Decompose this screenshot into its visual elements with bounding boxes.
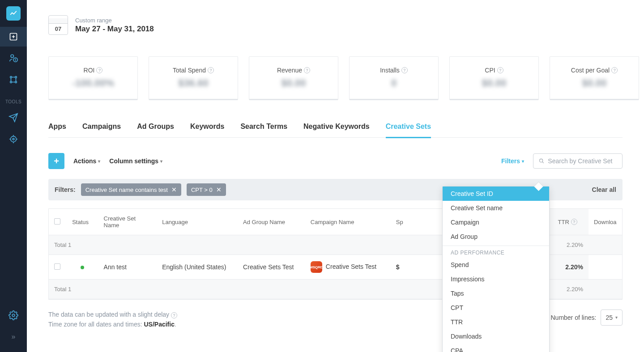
chevron-down-icon: ▾	[615, 314, 618, 321]
tab-negative-keywords[interactable]: Negative Keywords	[303, 123, 370, 137]
help-icon[interactable]: ?	[208, 67, 214, 73]
metric-roi: ROI? -100.00%	[48, 56, 138, 100]
lines-select[interactable]: 25▾	[601, 310, 623, 326]
svg-point-8	[11, 136, 17, 142]
dropdown-item[interactable]: Creative Set ID	[443, 187, 549, 201]
column-settings-dropdown[interactable]: Column settings▾	[109, 157, 162, 165]
cell-language: English (United States)	[157, 255, 238, 280]
close-icon[interactable]: ✕	[171, 186, 177, 193]
main-content: 07 Custom range May 27 - May 31, 2018 RO…	[27, 0, 644, 352]
dropdown-item[interactable]: CPT	[443, 301, 549, 315]
col-spend[interactable]: Sp	[391, 209, 409, 235]
help-icon[interactable]: ?	[497, 67, 503, 73]
tabs: Apps Campaigns Ad Groups Keywords Search…	[48, 123, 623, 138]
clear-all-button[interactable]: Clear all	[592, 186, 616, 193]
cell-campaign: MSQRDCreative Sets Test	[305, 255, 391, 280]
dropdown-item[interactable]: Downloads	[443, 329, 549, 344]
dropdown-item[interactable]: Creative Set name	[443, 201, 549, 215]
sidebar-expand[interactable]: »	[4, 327, 23, 347]
col-adgroup[interactable]: Ad Group Name	[238, 209, 305, 235]
dropdown-item[interactable]: CPA	[443, 344, 549, 352]
col-csname[interactable]: Creative Set Name	[98, 209, 157, 235]
search-input[interactable]	[548, 157, 617, 165]
metrics-row: ROI? -100.00% Total Spend? $36.60 Revenu…	[48, 56, 644, 100]
dropdown-item[interactable]: Spend	[443, 258, 549, 272]
svg-point-1	[11, 55, 13, 57]
dropdown-section-label: AD PERFORMANCE	[443, 246, 549, 258]
svg-point-4	[10, 76, 12, 78]
cell-adgroup: Creative Sets Test	[238, 255, 305, 280]
tab-campaigns[interactable]: Campaigns	[82, 123, 121, 137]
svg-point-5	[15, 76, 17, 78]
cell-ttr: 2.20%	[553, 255, 589, 280]
svg-point-7	[15, 81, 17, 83]
filters-label: Filters:	[55, 186, 76, 193]
sidebar-item-target[interactable]	[4, 129, 23, 149]
help-icon[interactable]: ?	[304, 67, 310, 73]
sidebar-item-graph[interactable]	[4, 70, 23, 89]
svg-point-9	[13, 138, 14, 140]
sidebar-item-settings[interactable]	[4, 305, 23, 325]
dropdown-item[interactable]: Ad Group	[443, 229, 549, 244]
help-icon[interactable]: ?	[401, 67, 408, 73]
help-icon[interactable]: ?	[611, 67, 618, 73]
tab-search-terms[interactable]: Search Terms	[240, 123, 287, 137]
metric-installs: Installs? 0	[349, 56, 439, 100]
metric-cost-per-goal: Cost per Goal? $0.00	[550, 56, 639, 100]
dropdown-item[interactable]: Taps	[443, 286, 549, 301]
toolbar: + Actions▾ Column settings▾ Filters▾	[48, 153, 623, 169]
calendar-icon[interactable]: 07	[48, 15, 68, 35]
help-icon[interactable]: ?	[171, 312, 177, 318]
svg-point-11	[540, 159, 543, 162]
add-button[interactable]: +	[48, 153, 64, 169]
svg-point-10	[12, 314, 15, 317]
cell-spend: $	[391, 255, 409, 280]
metric-revenue: Revenue? $0.00	[249, 56, 338, 100]
help-icon: ?	[571, 219, 577, 225]
filters-dropdown[interactable]: Filters▾	[501, 157, 524, 165]
col-language[interactable]: Language	[157, 209, 238, 235]
filter-chip[interactable]: Creative Set name contains test✕	[81, 183, 181, 196]
date-picker[interactable]: 07 Custom range May 27 - May 31, 2018	[48, 15, 644, 35]
status-active-icon	[81, 266, 84, 269]
filter-chip[interactable]: CPT > 0✕	[187, 183, 226, 196]
date-range-label: Custom range	[75, 17, 154, 24]
row-checkbox[interactable]	[54, 263, 60, 270]
cell-csname: Ann test	[98, 255, 157, 280]
filters-dropdown-menu: Creative Set ID Creative Set name Campai…	[442, 186, 550, 352]
lines-label: Number of lines:	[550, 313, 596, 322]
col-status[interactable]: Status	[67, 209, 98, 235]
dropdown-item[interactable]: Campaign	[443, 215, 549, 229]
dropdown-item[interactable]: TTR	[443, 315, 549, 329]
col-campaign[interactable]: Campaign Name	[305, 209, 391, 235]
help-icon[interactable]: ?	[96, 67, 102, 73]
svg-point-6	[10, 81, 12, 83]
chevron-down-icon: ▾	[160, 159, 162, 164]
close-icon[interactable]: ✕	[216, 186, 222, 193]
metric-total-spend: Total Spend? $36.60	[149, 56, 238, 100]
select-all-checkbox[interactable]	[54, 218, 60, 225]
sidebar-item-user-money[interactable]: $	[4, 48, 23, 68]
actions-dropdown[interactable]: Actions▾	[73, 157, 100, 165]
svg-text:$: $	[15, 58, 17, 61]
col-ttr[interactable]: TTR?	[553, 209, 589, 235]
search-icon	[539, 158, 544, 164]
sidebar-item-add[interactable]	[0, 27, 27, 47]
sidebar: $ TOOLS »	[0, 0, 27, 352]
app-icon: MSQRD	[311, 261, 322, 273]
chevron-down-icon: ▾	[522, 159, 524, 164]
chevron-down-icon: ▾	[98, 159, 100, 164]
dropdown-item[interactable]: Impressions	[443, 272, 549, 286]
search-box[interactable]	[533, 153, 623, 169]
logo-icon[interactable]	[6, 6, 21, 21]
tab-creative-sets[interactable]: Creative Sets	[386, 123, 431, 138]
tab-apps[interactable]: Apps	[48, 123, 66, 137]
metric-cpi: CPI? $0.00	[449, 56, 539, 100]
sidebar-item-send[interactable]	[4, 108, 23, 127]
date-range-value: May 27 - May 31, 2018	[75, 25, 154, 34]
tab-keywords[interactable]: Keywords	[190, 123, 224, 137]
sidebar-tools-label: TOOLS	[5, 99, 21, 104]
col-downloads[interactable]: Downloa	[589, 209, 622, 235]
tab-ad-groups[interactable]: Ad Groups	[137, 123, 174, 137]
